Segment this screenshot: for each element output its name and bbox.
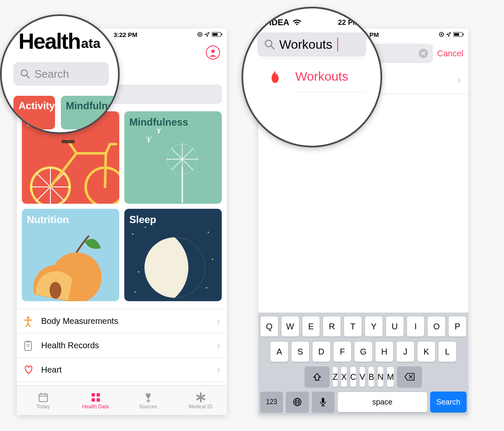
backspace-key[interactable] <box>397 366 422 387</box>
svg-point-33 <box>132 234 134 235</box>
chevron-right-icon: › <box>217 316 220 327</box>
svg-point-32 <box>50 282 61 299</box>
key-x[interactable]: X <box>341 366 347 387</box>
tile-mindfulness[interactable]: Mindfulness <box>124 111 222 204</box>
numeric-key[interactable]: 123 <box>260 392 283 413</box>
calendar-icon <box>38 392 49 403</box>
key-z[interactable]: Z <box>332 366 338 387</box>
tab-sources[interactable]: Sources <box>122 386 174 415</box>
chevron-right-icon: › <box>217 340 220 351</box>
svg-point-9 <box>211 50 215 53</box>
row-body-measurements[interactable]: Body Measurements › <box>17 309 227 333</box>
mag-time-fragment: 22 PM <box>338 18 359 27</box>
tab-today[interactable]: Today <box>17 386 69 415</box>
svg-rect-5 <box>200 34 201 35</box>
tab-medical-id[interactable]: Medical ID <box>174 386 227 415</box>
key-d[interactable]: D <box>312 341 331 362</box>
svg-point-35 <box>208 232 209 233</box>
key-q[interactable]: Q <box>260 316 278 337</box>
key-e[interactable]: E <box>302 316 320 337</box>
key-a[interactable]: A <box>270 341 289 362</box>
svg-point-29 <box>148 141 150 142</box>
svg-rect-7 <box>213 33 218 36</box>
profile-icon[interactable] <box>206 45 220 60</box>
search-icon <box>20 69 30 79</box>
grid-icon <box>90 392 101 403</box>
mic-key[interactable] <box>312 392 335 413</box>
key-f[interactable]: F <box>333 341 352 362</box>
flame-icon <box>268 69 283 84</box>
tile-nutrition[interactable]: Nutrition <box>22 209 119 301</box>
key-g[interactable]: G <box>354 341 373 362</box>
search-key[interactable]: Search <box>430 392 467 413</box>
key-s[interactable]: S <box>291 341 310 362</box>
moon-icon <box>124 221 221 301</box>
svg-point-80 <box>21 70 27 76</box>
key-w[interactable]: W <box>281 316 299 337</box>
key-m[interactable]: M <box>386 366 394 387</box>
mag-search-bar[interactable]: Search <box>13 62 109 86</box>
dandelion-icon <box>133 128 217 204</box>
svg-line-24 <box>182 148 193 159</box>
asterisk-icon <box>195 392 206 403</box>
lock-icon <box>439 32 444 37</box>
tile-sleep[interactable]: Sleep <box>124 209 222 301</box>
key-i[interactable]: I <box>407 316 425 337</box>
key-j[interactable]: J <box>396 341 415 362</box>
globe-key[interactable] <box>286 392 309 413</box>
key-c[interactable]: C <box>350 366 357 387</box>
heart-icon <box>24 365 34 374</box>
key-u[interactable]: U <box>386 316 404 337</box>
svg-point-30 <box>158 132 160 133</box>
battery-icon <box>453 32 464 37</box>
kb-row-2: ASDFGHJKL <box>260 341 467 362</box>
key-n[interactable]: N <box>377 366 384 387</box>
status-time: 3:22 PM <box>113 31 137 38</box>
cancel-button[interactable]: Cancel <box>437 49 463 58</box>
key-b[interactable]: B <box>368 366 374 387</box>
key-t[interactable]: T <box>344 316 362 337</box>
magnifier-search-bar: Health ata Search Activity Mindfulness <box>0 14 120 134</box>
key-r[interactable]: R <box>323 316 341 337</box>
kb-row-bottom: 123 space Search <box>260 392 467 413</box>
svg-rect-55 <box>97 393 100 397</box>
kb-row-1: QWERTYUIOP <box>260 316 467 337</box>
clear-button[interactable]: ✕ <box>419 49 428 58</box>
location-icon <box>446 32 451 37</box>
mag-status: IDEA 22 PM <box>243 8 381 27</box>
svg-point-39 <box>206 287 207 289</box>
key-v[interactable]: V <box>359 366 365 387</box>
backspace-icon <box>404 373 415 381</box>
svg-point-82 <box>265 40 272 47</box>
key-h[interactable]: H <box>375 341 394 362</box>
list: Body Measurements › Health Records › Hea… <box>17 309 227 382</box>
peach-icon <box>22 231 114 301</box>
tab-health-data[interactable]: Health Data <box>69 386 122 415</box>
battery-icon <box>212 32 223 37</box>
svg-line-83 <box>271 46 274 49</box>
svg-rect-68 <box>454 33 459 36</box>
svg-rect-54 <box>92 393 95 397</box>
text-cursor-icon <box>337 38 338 51</box>
row-health-records[interactable]: Health Records › <box>17 333 227 357</box>
row-heart[interactable]: Heart › <box>17 357 227 382</box>
svg-rect-77 <box>322 398 324 403</box>
svg-rect-56 <box>92 398 95 402</box>
shift-key[interactable] <box>304 366 330 387</box>
svg-rect-57 <box>97 398 100 402</box>
svg-line-27 <box>171 159 182 170</box>
key-p[interactable]: P <box>448 316 467 337</box>
key-y[interactable]: Y <box>365 316 383 337</box>
key-l[interactable]: L <box>438 341 457 362</box>
mag-search-input[interactable]: Workouts <box>257 32 366 57</box>
mag-result-row[interactable]: Workouts <box>243 59 381 84</box>
lock-icon <box>197 32 202 37</box>
svg-rect-66 <box>441 34 442 35</box>
globe-icon <box>293 397 302 407</box>
key-o[interactable]: O <box>427 316 446 337</box>
body-icon <box>24 316 33 327</box>
tiles-grid: Activity Mindfulness <box>17 104 227 305</box>
space-key[interactable]: space <box>337 392 428 413</box>
key-k[interactable]: K <box>417 341 436 362</box>
mag-title: Health <box>2 16 80 54</box>
